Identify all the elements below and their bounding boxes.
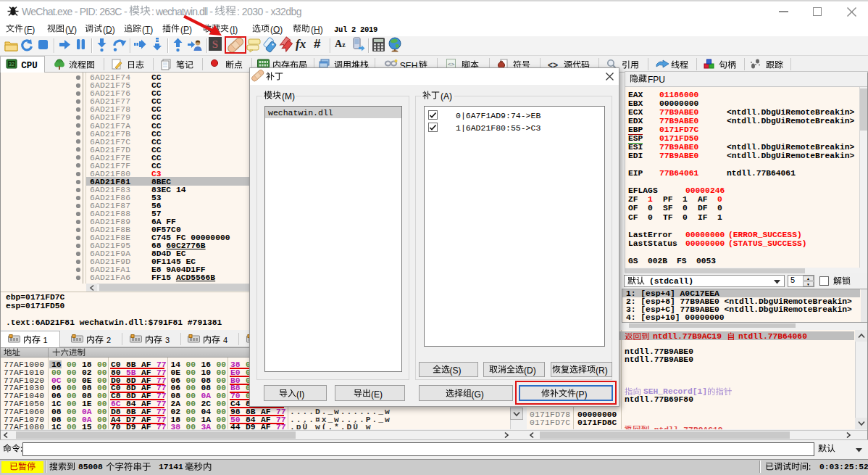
svg-text:<>: <> [448, 61, 455, 67]
svg-text:32: 32 [9, 62, 14, 67]
